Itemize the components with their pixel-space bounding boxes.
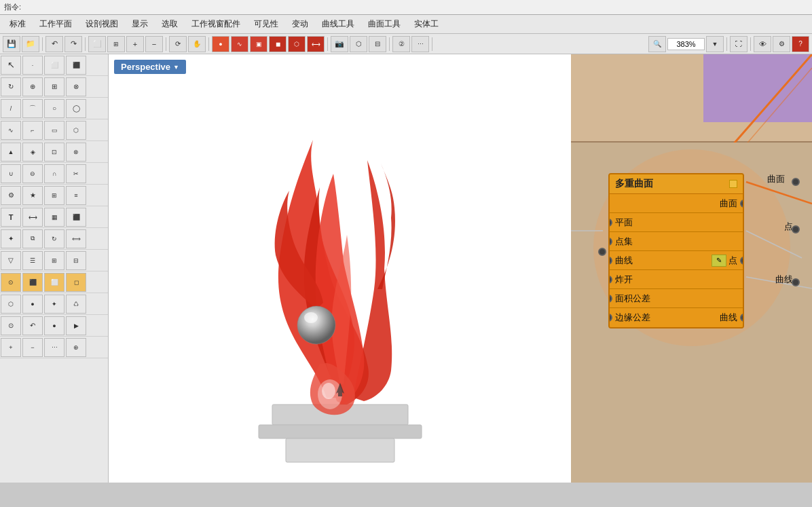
open-icon[interactable]: 📁 [22, 36, 39, 52]
zoom-all-icon[interactable]: ⊞ [107, 36, 125, 52]
ungroup-tool[interactable]: ⊟ [66, 251, 86, 270]
hide-tool[interactable]: ◻ [66, 273, 86, 292]
undo-icon[interactable]: ↶ [45, 36, 63, 52]
connector-curve-in[interactable] [608, 257, 612, 265]
gear-tool[interactable]: ⚙ [1, 186, 21, 205]
zoom-dropdown[interactable]: ▼ [706, 36, 724, 52]
trim-tool[interactable]: ✂ [66, 164, 86, 183]
point-select-tool[interactable]: · [22, 56, 43, 75]
menu-workplane[interactable]: 工作平面 [33, 16, 79, 33]
left-dot-input[interactable] [598, 248, 606, 256]
connector-explode-in[interactable] [608, 276, 612, 284]
dim-icon2[interactable]: ⟷ [307, 36, 325, 52]
menu-solid[interactable]: 实体工 [407, 16, 445, 33]
block-tool[interactable]: ⬛ [66, 208, 86, 227]
window-select-tool[interactable]: ⬜ [44, 56, 64, 75]
node-pin[interactable] [729, 180, 737, 188]
render-tool[interactable]: ⬡ [1, 295, 21, 314]
more-tool[interactable]: ⊕ [66, 338, 86, 357]
circle-tool[interactable]: ○ [44, 99, 64, 118]
revolve-tool[interactable]: ⊗ [66, 143, 86, 162]
boolean-int-tool[interactable]: ∩ [44, 164, 64, 183]
fullscreen-icon[interactable]: ⛶ [730, 36, 748, 52]
menu-surface-tools[interactable]: 曲面工具 [361, 16, 407, 33]
dots-tool[interactable]: ⋯ [44, 338, 64, 357]
help-icon[interactable]: ? [792, 36, 809, 52]
menu-visibility[interactable]: 可见性 [247, 16, 285, 33]
point-icon[interactable]: ● [212, 36, 229, 52]
zoom-extent-tool[interactable]: ⊗ [66, 77, 86, 96]
right-dot-point[interactable] [792, 225, 800, 233]
extra-icon[interactable]: ⋯ [411, 36, 429, 52]
eye-icon[interactable]: 👁 [754, 36, 771, 52]
boolean-union-tool[interactable]: ∪ [1, 164, 21, 183]
hatch-tool[interactable]: ▦ [44, 208, 64, 227]
play-tool[interactable]: ▶ [66, 316, 86, 335]
connector-edge-in[interactable] [608, 314, 612, 322]
minus-tool[interactable]: − [22, 338, 43, 357]
freeform-tool[interactable]: ∿ [1, 121, 21, 140]
sweep-tool[interactable]: ⊡ [44, 143, 64, 162]
connector-surface-out[interactable] [740, 200, 744, 208]
menu-curve-tools[interactable]: 曲线工具 [315, 16, 361, 33]
scripting-tool[interactable]: ♺ [66, 295, 86, 314]
lock-tool[interactable]: ⬛ [22, 273, 43, 292]
curve-icon2[interactable]: ∿ [231, 36, 248, 52]
line-tool[interactable]: / [1, 99, 21, 118]
zoom-tool[interactable]: ⊞ [44, 77, 64, 96]
extrude-tool[interactable]: ▲ [1, 143, 21, 162]
rotate-tool[interactable]: ↻ [44, 229, 64, 248]
menu-section[interactable]: 设剖视图 [79, 16, 125, 33]
connector-plane-in[interactable] [608, 219, 612, 227]
solid-icon[interactable]: ◼ [269, 36, 287, 52]
menu-standard[interactable]: 标准 [3, 16, 33, 33]
plus-tool[interactable]: + [1, 338, 21, 357]
connector-curve2-out[interactable] [740, 314, 744, 322]
zoom-out-icon[interactable]: − [145, 36, 163, 52]
node-title-bar[interactable]: 多重曲面 [610, 174, 743, 194]
loft-tool[interactable]: ◈ [22, 143, 43, 162]
history-tool[interactable]: ⊙ [1, 316, 21, 335]
visible-tool[interactable]: ⬜ [44, 273, 64, 292]
perspective-label[interactable]: Perspective [114, 60, 186, 74]
camera-icon[interactable]: 📷 [331, 36, 348, 52]
list-tool[interactable]: ☰ [22, 251, 43, 270]
curve-icon-small[interactable]: ✎ [712, 255, 726, 267]
save-icon[interactable]: 💾 [3, 36, 20, 52]
menu-display[interactable]: 显示 [125, 16, 155, 33]
connector-points-in[interactable] [608, 238, 612, 246]
light-tool[interactable]: ✦ [44, 295, 64, 314]
group-tool[interactable]: ⊞ [44, 251, 64, 270]
surface-icon[interactable]: ▣ [250, 36, 267, 52]
move-tool[interactable]: ✦ [1, 229, 21, 248]
dim-tool[interactable]: ⟷ [22, 208, 43, 227]
orbit-tool[interactable]: ↻ [1, 77, 21, 96]
rect-tool[interactable]: ▭ [44, 121, 64, 140]
mirror-tool[interactable]: ⟺ [66, 229, 86, 248]
copy-tool[interactable]: ⧉ [22, 229, 43, 248]
menu-select[interactable]: 选取 [155, 16, 185, 33]
polygon-tool[interactable]: ⬡ [66, 121, 86, 140]
filter-tool[interactable]: ▽ [1, 251, 21, 270]
text-tool[interactable]: T [1, 208, 21, 227]
pan-tool[interactable]: ⊕ [22, 77, 43, 96]
menu-transform[interactable]: 变动 [285, 16, 315, 33]
pan-icon[interactable]: ✋ [188, 36, 206, 52]
right-dot-surface[interactable] [792, 178, 800, 186]
undo2-tool[interactable]: ↶ [22, 316, 43, 335]
zoom-input[interactable]: 383% [667, 38, 705, 50]
snap-tool[interactable]: ⊙ [1, 273, 21, 292]
rotate3d-icon[interactable]: ⟳ [169, 36, 187, 52]
node-box[interactable]: 多重曲面 曲面 平面 点集 [608, 173, 744, 328]
right-dot-curve2[interactable] [792, 278, 800, 286]
boolean-diff-tool[interactable]: ⊖ [22, 164, 43, 183]
mesh-icon[interactable]: ⬡ [288, 36, 306, 52]
settings-icon[interactable]: ⚙ [773, 36, 790, 52]
zoom-percent-icon[interactable]: 🔍 [648, 36, 666, 52]
viewport[interactable]: Perspective [109, 54, 571, 483]
connector-point-out[interactable] [740, 257, 744, 265]
zoom-in-icon[interactable]: + [126, 36, 144, 52]
ellipse-tool[interactable]: ◯ [66, 99, 86, 118]
material-tool[interactable]: ● [22, 295, 43, 314]
record-tool[interactable]: ● [44, 316, 64, 335]
